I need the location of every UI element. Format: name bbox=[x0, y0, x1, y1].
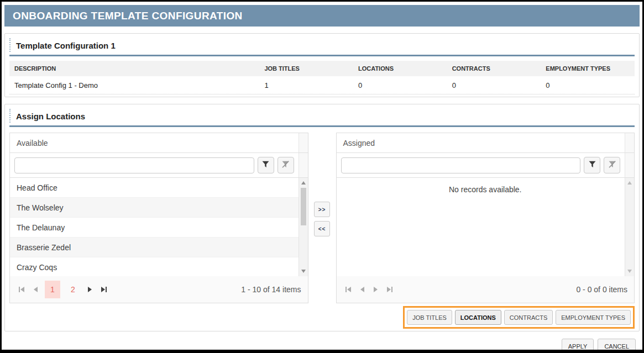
tab-contracts[interactable]: CONTRACTS bbox=[504, 310, 553, 325]
cell-description: Template Config 1 - Demo bbox=[9, 81, 259, 89]
transfer-buttons: >> << bbox=[308, 133, 336, 303]
list-item-the-delaunay[interactable]: The Delaunay bbox=[10, 218, 308, 238]
assigned-filter-row bbox=[337, 153, 635, 178]
cell-employment-types: 0 bbox=[541, 81, 635, 89]
category-tabs-row: JOB TITLES LOCATIONS CONTRACTS EMPLOYMEN… bbox=[9, 306, 635, 329]
apply-button[interactable]: APPLY bbox=[562, 339, 594, 350]
scroll-down-icon[interactable] bbox=[301, 270, 306, 273]
assigned-list: No records available. bbox=[337, 178, 635, 276]
assigned-listbox-title: Assigned bbox=[337, 133, 625, 152]
pager-next-button[interactable] bbox=[371, 284, 380, 294]
pager-next-button[interactable] bbox=[86, 284, 94, 294]
column-header-employment-types: EMPLOYMENT TYPES bbox=[541, 65, 635, 72]
cell-locations: 0 bbox=[353, 81, 447, 89]
available-list-scrollbar[interactable] bbox=[299, 178, 308, 276]
scrollbar-gutter bbox=[299, 153, 308, 177]
column-header-locations: LOCATIONS bbox=[353, 65, 447, 72]
footer-actions: APPLY CANCEL bbox=[2, 339, 636, 350]
pager-last-button[interactable] bbox=[385, 284, 395, 294]
filter-icon bbox=[589, 161, 596, 170]
available-pager: 1 2 1 - 10 of 14 items bbox=[10, 276, 308, 303]
category-tabs-highlight-box: JOB TITLES LOCATIONS CONTRACTS EMPLOYMEN… bbox=[403, 306, 635, 329]
assigned-filter-button[interactable] bbox=[584, 157, 600, 173]
onboarding-template-configuration-dialog: ONBOARDING TEMPLATE CONFIGURATION Templa… bbox=[2, 2, 642, 350]
move-right-button[interactable]: >> bbox=[314, 202, 330, 217]
column-header-description: DESCRIPTION bbox=[9, 65, 259, 72]
pager-last-button[interactable] bbox=[99, 284, 109, 294]
column-header-job-titles: JOB TITLES bbox=[259, 65, 353, 72]
available-clear-filter-button[interactable] bbox=[278, 157, 294, 173]
pager-page-2[interactable]: 2 bbox=[65, 281, 81, 298]
column-header-contracts: CONTRACTS bbox=[447, 65, 541, 72]
scroll-down-icon[interactable] bbox=[627, 270, 632, 273]
clear-filter-icon bbox=[609, 161, 616, 170]
tab-locations[interactable]: LOCATIONS bbox=[455, 310, 501, 325]
template-configuration-section-title: Template Configuration 1 bbox=[9, 38, 635, 52]
cell-job-titles: 1 bbox=[259, 81, 353, 89]
list-item-the-wolseley[interactable]: The Wolseley bbox=[10, 198, 308, 218]
clear-filter-icon bbox=[282, 161, 289, 170]
pager-prev-button[interactable] bbox=[32, 284, 40, 294]
no-records-message: No records available. bbox=[337, 178, 635, 194]
pager-info: 1 - 10 of 14 items bbox=[241, 285, 301, 294]
pager-info: 0 - 0 of 0 items bbox=[576, 285, 627, 294]
template-configuration-table: DESCRIPTION JOB TITLES LOCATIONS CONTRAC… bbox=[9, 61, 635, 94]
available-listbox-header: Available bbox=[10, 133, 308, 153]
cancel-button[interactable]: CANCEL bbox=[598, 339, 636, 350]
pager-prev-button[interactable] bbox=[358, 284, 366, 294]
page-title-text: ONBOARDING TEMPLATE CONFIGURATION bbox=[13, 10, 243, 22]
template-configuration-section-header: Template Configuration 1 bbox=[9, 38, 635, 56]
tab-job-titles[interactable]: JOB TITLES bbox=[407, 310, 452, 325]
assigned-pager: 0 - 0 of 0 items bbox=[337, 276, 635, 303]
assign-locations-section: Assign Locations Available bbox=[4, 104, 640, 331]
scrollbar-thumb[interactable] bbox=[301, 188, 306, 225]
assigned-clear-filter-button[interactable] bbox=[604, 157, 620, 173]
table-header-row: DESCRIPTION JOB TITLES LOCATIONS CONTRAC… bbox=[9, 61, 635, 76]
available-filter-button[interactable] bbox=[258, 157, 274, 173]
pager-first-button[interactable] bbox=[343, 284, 353, 294]
list-item-brasserie-zedel[interactable]: Brasserie Zedel bbox=[10, 238, 308, 257]
available-filter-input[interactable] bbox=[14, 157, 254, 173]
page-title: ONBOARDING TEMPLATE CONFIGURATION bbox=[4, 5, 640, 27]
list-item-crazy-coqs[interactable]: Crazy Coqs bbox=[10, 257, 308, 276]
tab-employment-types[interactable]: EMPLOYMENT TYPES bbox=[556, 310, 631, 325]
pager-first-button[interactable] bbox=[17, 284, 27, 294]
scroll-up-icon[interactable] bbox=[627, 181, 632, 185]
list-item-head-office[interactable]: Head Office bbox=[10, 178, 308, 198]
pager-page-1[interactable]: 1 bbox=[45, 281, 60, 298]
assigned-listbox: Assigned bbox=[336, 133, 635, 303]
available-list: Head Office The Wolseley The Delaunay Br… bbox=[10, 178, 308, 276]
move-left-button[interactable]: << bbox=[314, 221, 330, 236]
assigned-list-scrollbar[interactable] bbox=[625, 178, 634, 276]
available-listbox-title: Available bbox=[10, 133, 299, 152]
assign-locations-section-title: Assign Locations bbox=[9, 109, 635, 123]
scrollbar-gutter bbox=[625, 153, 634, 177]
assign-locations-section-header: Assign Locations bbox=[9, 109, 635, 127]
available-listbox: Available bbox=[9, 133, 308, 303]
cell-contracts: 0 bbox=[447, 81, 541, 89]
assigned-listbox-header: Assigned bbox=[337, 133, 635, 153]
assigned-filter-input[interactable] bbox=[341, 157, 581, 173]
filter-icon bbox=[262, 161, 269, 170]
scrollbar-gutter bbox=[625, 133, 634, 152]
template-configuration-section: Template Configuration 1 DESCRIPTION JOB… bbox=[4, 33, 640, 97]
table-row[interactable]: Template Config 1 - Demo 1 0 0 0 bbox=[9, 76, 635, 94]
available-filter-row bbox=[10, 153, 308, 178]
scroll-up-icon[interactable] bbox=[301, 181, 306, 185]
location-transfer-widget: Available bbox=[9, 133, 635, 303]
scrollbar-gutter bbox=[299, 133, 308, 152]
